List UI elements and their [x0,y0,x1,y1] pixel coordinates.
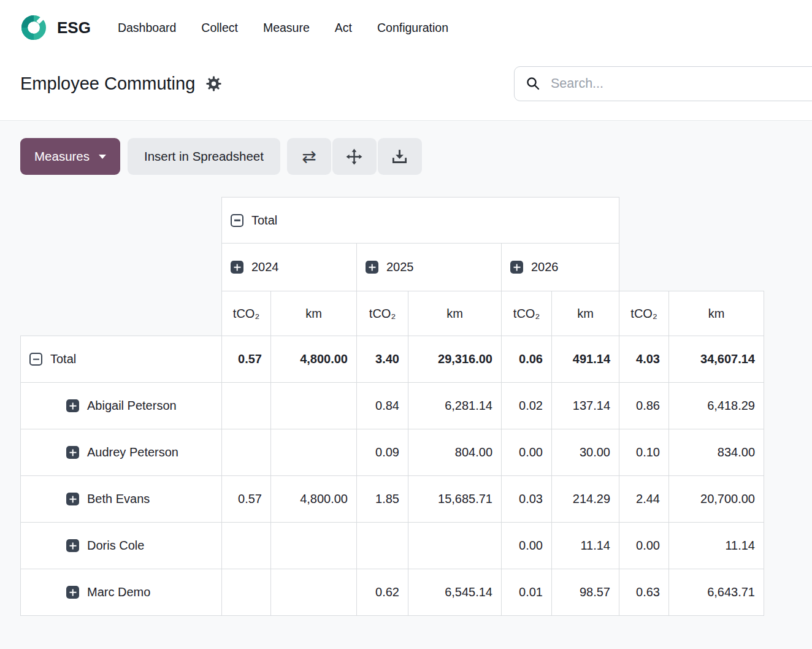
measure-header-km[interactable]: km [408,291,502,336]
col-group-total[interactable]: Total [222,198,619,244]
row-header-audrey-peterson[interactable]: Audrey Peterson [21,429,222,476]
gear-icon[interactable] [205,75,222,92]
row-header-abigail-peterson[interactable]: Abigail Peterson [21,383,222,429]
pivot-cell: 0.86 [619,383,669,429]
pivot-cell: 0.57 [222,336,271,383]
nav-dashboard[interactable]: Dashboard [118,21,176,35]
pivot-cell [222,569,271,616]
pivot-cell [222,383,271,429]
pivot-cell: 11.14 [669,523,764,569]
measure-header-km[interactable]: km [271,291,357,336]
nav-configuration[interactable]: Configuration [377,21,448,35]
exchange-arrows-icon: ⇄ [302,147,316,167]
col-group-total-label: Total [251,213,277,227]
content-area: Measures Insert in Spreadsheet ⇄ [0,121,812,616]
page-header: Employee Commuting [0,55,812,121]
measure-header-km[interactable]: km [669,291,764,336]
pivot-cell: 4.03 [619,336,669,383]
insert-button-label: Insert in Spreadsheet [144,149,264,163]
search-icon [526,76,540,91]
pivot-cell: 3.40 [357,336,408,383]
download-button[interactable] [378,138,422,175]
measure-header-tco2[interactable]: tCO₂ [222,291,271,336]
measure-header-tco2[interactable]: tCO₂ [619,291,669,336]
row-label: Abigail Peterson [87,399,177,412]
pivot-cell: 0.00 [619,523,669,569]
pivot-cell: 137.14 [552,383,619,429]
nav-collect[interactable]: Collect [201,21,238,35]
brand-name: ESG [57,18,91,37]
nav-act[interactable]: Act [335,21,352,35]
row-header-doris-cole[interactable]: Doris Cole [21,523,222,569]
row-label: Audrey Peterson [87,445,178,459]
row-header-total[interactable]: Total [21,336,222,383]
pivot-cell [222,429,271,476]
pivot-cell: 491.14 [552,336,619,383]
measures-button-label: Measures [34,149,90,164]
pivot-cell: 11.14 [552,523,619,569]
col-group-2026[interactable]: 2026 [502,244,619,291]
collapse-icon[interactable] [29,353,42,366]
pivot-cell: 34,607.14 [669,336,764,383]
col-group-2025-label: 2025 [386,260,414,274]
col-group-2024[interactable]: 2024 [222,244,357,291]
expand-icon[interactable] [231,261,243,274]
expand-all-button[interactable] [332,138,377,175]
pivot-cell: 6,418.29 [669,383,764,429]
pivot-cell: 0.09 [357,429,408,476]
search-box[interactable] [514,66,812,101]
measure-header-km[interactable]: km [552,291,619,336]
app-brand[interactable]: ESG [20,13,91,42]
main-menu: Dashboard Collect Measure Act Configurat… [118,21,448,35]
row-label: Marc Demo [87,585,150,599]
nav-measure[interactable]: Measure [263,21,310,35]
pivot-cell: 0.62 [357,569,408,616]
pivot-cell [271,383,357,429]
measure-header-tco2[interactable]: tCO₂ [357,291,408,336]
pivot-icon-buttons: ⇄ [287,138,422,175]
pivot-cell: 0.10 [619,429,669,476]
expand-icon[interactable] [510,261,523,274]
pivot-cell: 214.29 [552,476,619,523]
pivot-cell: 6,545.14 [408,569,502,616]
insert-in-spreadsheet-button[interactable]: Insert in Spreadsheet [128,138,280,175]
expand-icon[interactable] [66,493,79,505]
pivot-cell: 98.57 [552,569,619,616]
pivot-cell [408,523,502,569]
pivot-cell: 0.57 [222,476,271,523]
col-group-2025[interactable]: 2025 [357,244,502,291]
pivot-cell: 29,316.00 [408,336,502,383]
pivot-cell: 0.00 [502,429,552,476]
row-label: Beth Evans [87,492,150,505]
expand-icon[interactable] [66,586,79,599]
search-input[interactable] [550,75,809,92]
measure-header-tco2[interactable]: tCO₂ [502,291,552,336]
expand-icon[interactable] [66,539,79,552]
expand-icon[interactable] [66,399,79,412]
table-row-audrey-peterson: Audrey Peterson 0.09 804.00 0.00 30.00 0… [21,429,764,476]
pivot-cell: 0.00 [502,523,552,569]
pivot-cell: 6,643.71 [669,569,764,616]
pivot-cell: 6,281.14 [408,383,502,429]
esg-logo-icon [20,13,48,42]
collapse-icon[interactable] [231,214,243,227]
row-header-marc-demo[interactable]: Marc Demo [21,569,222,616]
expand-icon[interactable] [66,446,79,459]
pivot-cell: 0.06 [502,336,552,383]
table-row-doris-cole: Doris Cole 0.00 11.14 0.00 11.14 [21,523,764,569]
pivot-cell: 20,700.00 [669,476,764,523]
row-header-beth-evans[interactable]: Beth Evans [21,476,222,523]
pivot-cell [222,523,271,569]
pivot-cell: 0.02 [502,383,552,429]
measures-button[interactable]: Measures [20,138,120,175]
row-label: Doris Cole [87,539,144,552]
pivot-cell: 30.00 [552,429,619,476]
download-icon [391,148,408,165]
move-arrows-icon [346,148,362,165]
flip-axis-button[interactable]: ⇄ [287,138,331,175]
pivot-cell [271,523,357,569]
pivot-toolbar: Measures Insert in Spreadsheet ⇄ [20,138,792,175]
pivot-cell: 0.63 [619,569,669,616]
expand-icon[interactable] [366,261,378,274]
pivot-cell: 804.00 [408,429,502,476]
